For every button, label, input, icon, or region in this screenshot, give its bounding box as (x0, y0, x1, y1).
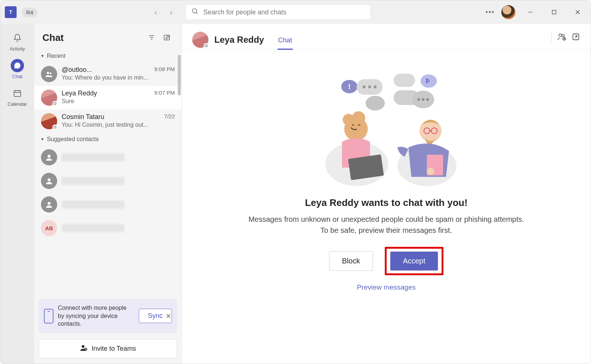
svg-line-1 (196, 13, 198, 14)
sync-close-button[interactable]: ✕ (163, 310, 173, 322)
svg-point-16 (48, 155, 51, 158)
svg-point-35 (366, 96, 385, 111)
chat-item-time: 9:08 PM (154, 66, 175, 74)
svg-point-40 (422, 98, 425, 101)
svg-point-46 (352, 111, 365, 125)
svg-point-17 (48, 178, 51, 181)
redacted-name (62, 177, 124, 185)
suggested-section-toggle[interactable]: ▼ Suggested contacts (34, 133, 182, 146)
chat-item-name: @outloo... (62, 66, 92, 74)
phone-icon (44, 309, 53, 323)
avatar (41, 113, 57, 129)
svg-point-24 (562, 34, 564, 37)
chat-item-preview: Sure (62, 98, 175, 105)
app-rail: Activity Chat Calendar (0, 24, 34, 364)
tab-chat[interactable]: Chat (274, 30, 296, 49)
avatar (41, 196, 57, 213)
popout-button[interactable] (571, 32, 580, 43)
chat-item-cosmin-tataru[interactable]: Cosmin Tataru 7/22 You: Hi Cosmin, just … (34, 109, 182, 133)
svg-point-23 (559, 34, 562, 36)
chat-item-time: 7/22 (164, 113, 175, 121)
redacted-name (62, 153, 124, 161)
svg-point-19 (82, 345, 84, 348)
svg-point-15 (50, 73, 52, 74)
svg-point-14 (47, 72, 49, 74)
svg-point-39 (418, 98, 420, 101)
avatar: AB (41, 220, 57, 236)
rail-chat[interactable]: Chat (0, 55, 34, 81)
suggested-contact[interactable] (34, 146, 182, 169)
chat-icon (11, 59, 24, 72)
window-minimize-button[interactable] (522, 5, 539, 20)
invite-to-teams-button[interactable]: Invite to Teams (39, 339, 177, 358)
svg-rect-3 (552, 10, 556, 14)
window-maximize-button[interactable] (546, 5, 563, 20)
nav-forward-button[interactable]: › (164, 5, 179, 20)
profile-avatar[interactable] (501, 5, 515, 19)
preview-messages-link[interactable]: Preview messages (357, 283, 415, 291)
chat-request-illustration: ! (316, 68, 456, 186)
bell-icon (11, 31, 24, 45)
add-people-button[interactable] (557, 32, 566, 43)
search-box[interactable] (186, 5, 370, 20)
chat-item-name: Cosmin Tataru (62, 113, 104, 121)
divider (551, 32, 552, 43)
new-chat-button[interactable] (161, 31, 173, 44)
rail-activity[interactable]: Activity (0, 28, 34, 54)
search-icon (191, 8, 199, 17)
sync-card-text: Connect with more people by syncing your… (58, 304, 134, 328)
filter-button[interactable] (145, 31, 158, 44)
rail-label: Calendar (8, 101, 27, 107)
svg-point-0 (193, 9, 197, 13)
suggested-contact[interactable]: AB (34, 216, 182, 240)
section-label: Recent (47, 53, 66, 59)
rail-calendar[interactable]: Calendar (0, 83, 34, 109)
svg-point-33 (368, 85, 371, 88)
chat-item-leya-reddy[interactable]: Leya Reddy 9:07 PM Sure (34, 86, 182, 109)
rail-label: Chat (12, 74, 22, 79)
suggested-contact[interactable] (34, 193, 182, 216)
avatar (41, 149, 57, 165)
more-menu-button[interactable]: ••• (485, 8, 495, 16)
window-close-button[interactable] (569, 5, 586, 20)
main-pane: Leya Reddy Chat ! (182, 24, 591, 364)
chat-item-preview: You: Hi Cosmin, just testing out... (62, 122, 175, 128)
block-button[interactable]: Block (329, 251, 373, 271)
svg-point-34 (374, 85, 377, 88)
chat-list-title: Chat (42, 32, 142, 43)
caret-down-icon: ▼ (40, 137, 45, 142)
recent-section-toggle[interactable]: ▼ Recent (34, 50, 182, 62)
search-input[interactable] (203, 8, 365, 16)
redacted-name (62, 200, 124, 209)
svg-rect-36 (394, 74, 415, 87)
presence-offline-icon (52, 125, 58, 130)
accept-button[interactable]: Accept (390, 252, 438, 270)
chat-request-title: Leya Reddy wants to chat with you! (305, 197, 468, 209)
teams-logo-icon: T (5, 6, 17, 18)
svg-point-54 (427, 168, 434, 175)
nav-back-button[interactable]: ‹ (148, 5, 163, 20)
org-badge[interactable]: R4 (22, 8, 38, 17)
svg-point-41 (426, 98, 429, 101)
suggested-contact[interactable] (34, 169, 182, 193)
person-add-icon (80, 344, 88, 354)
presence-offline-icon (204, 43, 209, 48)
svg-text:!: ! (348, 83, 351, 91)
svg-point-32 (363, 85, 366, 88)
sync-contacts-card: Connect with more people by syncing your… (39, 299, 177, 333)
avatar (41, 90, 57, 106)
rail-label: Activity (10, 46, 25, 52)
svg-rect-6 (14, 91, 21, 97)
invite-label: Invite to Teams (91, 345, 136, 353)
svg-point-18 (48, 202, 51, 205)
chat-header: Leya Reddy Chat (182, 24, 591, 50)
calendar-icon (11, 87, 24, 100)
contact-name: Leya Reddy (214, 35, 264, 45)
chat-item-outlook[interactable]: @outloo... 9:08 PM You: Where do you hav… (34, 62, 182, 86)
group-avatar-icon (41, 66, 57, 82)
avatar (41, 173, 57, 189)
section-label: Suggested contacts (47, 136, 99, 143)
contact-avatar[interactable] (192, 32, 208, 48)
chat-list-panel: Chat ▼ Recent @outloo... 9:08 PM You: Wh… (34, 24, 182, 364)
title-bar: T R4 ‹ › ••• (0, 0, 591, 24)
